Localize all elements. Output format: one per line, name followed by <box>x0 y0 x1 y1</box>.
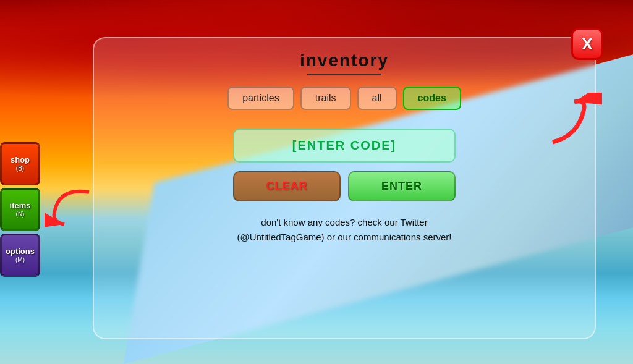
sidebar-item-options[interactable]: options (M) <box>0 234 40 277</box>
title-underline <box>307 74 381 75</box>
bottom-text: don't know any codes? check our Twitter … <box>113 215 576 245</box>
sidebar-item-items[interactable]: items (N) <box>0 188 40 231</box>
options-label: options <box>6 247 35 256</box>
modal-title: inventory <box>113 51 576 70</box>
items-key: (N) <box>16 211 25 218</box>
shop-label: shop <box>11 155 30 165</box>
close-button[interactable]: X <box>571 28 603 60</box>
code-input[interactable] <box>233 129 456 163</box>
tab-bar: particles trails all codes <box>113 87 576 110</box>
enter-button[interactable]: ENTER <box>348 171 456 201</box>
items-label: items <box>10 201 31 211</box>
bottom-text-line2: (@UntitledTagGame) or our communications… <box>237 232 451 242</box>
tab-particles[interactable]: particles <box>227 87 294 110</box>
action-buttons: CLEAR ENTER <box>233 171 456 201</box>
clear-button[interactable]: CLEAR <box>233 171 341 201</box>
options-key: (M) <box>15 256 25 264</box>
tab-codes[interactable]: codes <box>403 87 461 110</box>
tab-all[interactable]: all <box>357 87 397 110</box>
inventory-modal: inventory particles trails all codes CLE… <box>93 37 596 339</box>
shop-key: (B) <box>16 165 24 172</box>
sidebar-item-shop[interactable]: shop (B) <box>0 142 40 185</box>
sidebar: shop (B) items (N) options (M) <box>0 142 40 277</box>
bottom-text-line1: don't know any codes? check our Twitter <box>261 217 427 227</box>
code-section: CLEAR ENTER <box>113 129 576 201</box>
tab-trails[interactable]: trails <box>300 87 351 110</box>
